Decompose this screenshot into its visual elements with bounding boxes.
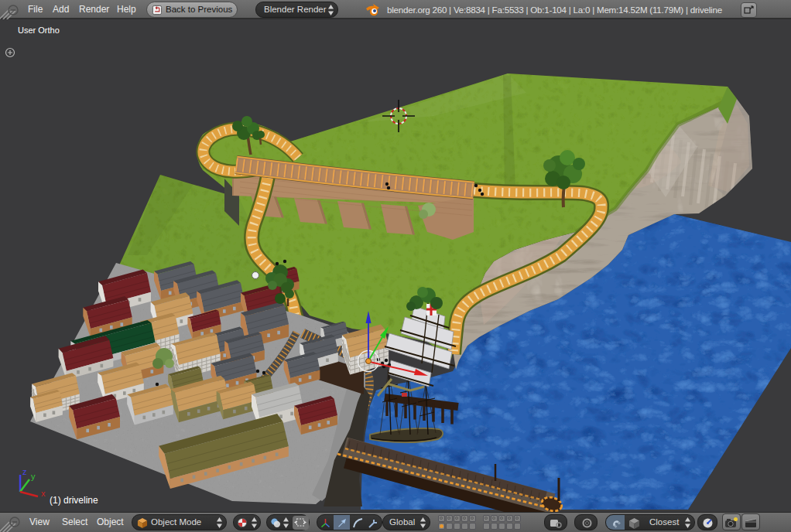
- svg-text:y: y: [31, 472, 36, 481]
- svg-text:z: z: [22, 467, 27, 476]
- svg-text:x: x: [41, 489, 46, 498]
